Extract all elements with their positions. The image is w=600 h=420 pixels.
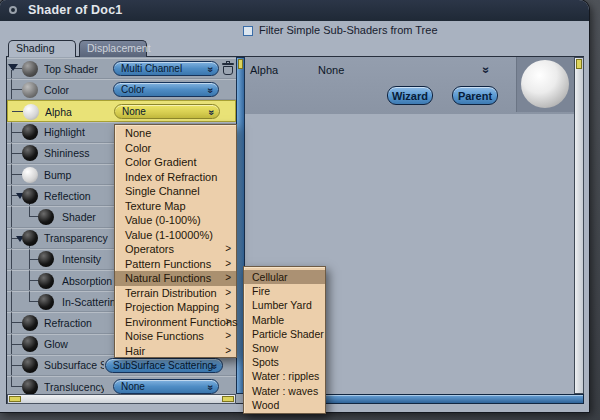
trash-icon[interactable]	[222, 61, 234, 75]
menu-item-none[interactable]: None	[115, 126, 236, 141]
double-chevron-down-icon: »	[205, 88, 218, 94]
tree-connector	[11, 344, 22, 345]
dropdown-value: SubSurface Scattering	[113, 360, 213, 371]
submenu-item-snow[interactable]: Snow	[244, 341, 325, 355]
shader-type-dropdown[interactable]: None	[318, 64, 344, 76]
tree-row-top-shader[interactable]: Top ShaderMulti Channel»	[7, 58, 236, 79]
submenu-item-fire[interactable]: Fire	[244, 284, 325, 298]
menu-item-label: Noise Functions	[125, 330, 204, 342]
type-dropdown[interactable]: None»	[114, 104, 220, 119]
menu-item-projection-mapping[interactable]: Projection Mapping>	[115, 300, 236, 315]
channel-sphere-icon	[22, 315, 38, 331]
submenu-arrow-icon: >	[225, 257, 231, 272]
submenu-item-spots[interactable]: Spots	[244, 355, 325, 369]
tree-connector	[11, 153, 22, 154]
menu-item-texture-map[interactable]: Texture Map	[115, 199, 236, 214]
shader-type-menu: NoneColorColor GradientIndex of Refracti…	[114, 124, 237, 358]
menu-item-terrain-distribution[interactable]: Terrain Distribution>	[115, 286, 236, 301]
tree-row-label: Shininess	[44, 147, 90, 159]
scrollbar-thumb[interactable]	[222, 396, 234, 402]
tree-row-label: Subsurface Scattering	[44, 359, 104, 371]
menu-item-label: Hair	[125, 345, 145, 357]
menu-item-environment-functions[interactable]: Environment Functions>	[115, 315, 236, 330]
menu-item-color[interactable]: Color	[115, 141, 236, 156]
menu-item-label: None	[125, 127, 151, 139]
window-title: Shader of Doc1	[28, 3, 123, 17]
menu-item-label: Operators	[125, 243, 174, 255]
channel-sphere-icon	[22, 379, 38, 395]
parent-button[interactable]: Parent	[452, 86, 498, 105]
menu-item-value-1-10000[interactable]: Value (1-10000%)	[115, 228, 236, 243]
channel-sphere-icon	[22, 230, 38, 246]
submenu-item-cellular[interactable]: Cellular	[244, 270, 325, 284]
channel-sphere-icon	[38, 251, 54, 267]
tree-row-label: Glow	[44, 338, 68, 350]
expander-icon[interactable]	[8, 64, 18, 71]
submenu-item-wood[interactable]: Wood	[244, 398, 325, 412]
menu-item-label: Projection Mapping	[125, 301, 219, 313]
tree-connector	[11, 132, 22, 133]
title-bar[interactable]: Shader of Doc1	[0, 0, 589, 21]
tree-row-label: Transparency	[44, 232, 108, 244]
type-dropdown[interactable]: Multi Channel»	[113, 61, 219, 76]
filter-checkbox-label: Filter Simple Sub-Shaders from Tree	[259, 24, 438, 36]
dropdown-value: Multi Channel	[121, 63, 182, 74]
menu-item-label: Environment Functions	[125, 316, 238, 328]
tab-displacement[interactable]: Displacement	[79, 40, 147, 57]
type-dropdown[interactable]: None»	[113, 379, 219, 394]
submenu-item-lumber-yard[interactable]: Lumber Yard	[244, 298, 325, 312]
dropdown-value: None	[121, 381, 145, 392]
scrollbar-thumb[interactable]	[576, 59, 582, 69]
trash-lid	[222, 63, 234, 65]
type-dropdown[interactable]: Color»	[113, 82, 219, 97]
tree-horizontal-scrollbar[interactable]	[7, 394, 236, 404]
menu-item-pattern-functions[interactable]: Pattern Functions>	[115, 257, 236, 272]
submenu-arrow-icon: >	[225, 329, 231, 344]
double-chevron-down-icon: »	[205, 385, 218, 391]
menu-item-color-gradient[interactable]: Color Gradient	[115, 155, 236, 170]
channel-sphere-icon	[22, 188, 38, 204]
menu-item-label: Texture Map	[125, 200, 186, 212]
type-dropdown[interactable]: SubSurface Scattering»	[105, 358, 223, 373]
tree-row-alpha[interactable]: AlphaNone»	[7, 100, 236, 121]
tree-connector	[11, 322, 22, 323]
submenu-arrow-icon: >	[225, 315, 231, 330]
submenu-item-marble[interactable]: Marble	[244, 313, 325, 327]
tree-connector	[12, 111, 23, 112]
menu-item-hair[interactable]: Hair>	[115, 344, 236, 359]
submenu-arrow-icon: >	[225, 242, 231, 257]
menu-item-noise-functions[interactable]: Noise Functions>	[115, 329, 236, 344]
channel-sphere-icon	[22, 336, 38, 352]
tree-row-color[interactable]: ColorColor»	[7, 79, 236, 100]
channel-sphere-icon	[23, 104, 39, 120]
tree-connector	[11, 89, 22, 90]
menu-item-operators[interactable]: Operators>	[115, 242, 236, 257]
menu-item-value-0-100[interactable]: Value (0-100%)	[115, 213, 236, 228]
tree-row-label: Shader	[62, 211, 96, 223]
tree-row-label: Absorption	[62, 275, 112, 287]
submenu-item-particle-shader[interactable]: Particle Shader	[244, 327, 325, 341]
window-menu-icon[interactable]	[9, 6, 17, 14]
menu-item-natural-functions[interactable]: Natural Functions>	[115, 271, 236, 286]
channel-sphere-icon	[22, 124, 38, 140]
submenu-arrow-icon: >	[225, 344, 231, 359]
menu-item-single-channel[interactable]: Single Channel	[115, 184, 236, 199]
double-chevron-down-icon: »	[205, 67, 218, 73]
tree-row-label: Alpha	[45, 106, 72, 118]
tab-shading[interactable]: Shading	[8, 40, 76, 57]
menu-item-index-of-refraction[interactable]: Index of Refraction	[115, 170, 236, 185]
wizard-button[interactable]: Wizard	[387, 86, 433, 105]
menu-item-label: Pattern Functions	[125, 258, 211, 270]
submenu-item-water-waves[interactable]: Water : waves	[244, 384, 325, 398]
tree-connector	[11, 365, 22, 366]
scrollbar-thumb[interactable]	[9, 396, 21, 402]
filter-checkbox[interactable]	[243, 26, 253, 36]
channel-sphere-icon	[22, 82, 38, 98]
tree-row-label: Reflection	[44, 190, 91, 202]
scrollbar-thumb[interactable]	[238, 59, 243, 69]
shader-window: Shader of Doc1 Filter Simple Sub-Shaders…	[0, 0, 589, 412]
dropdown-value: None	[122, 106, 146, 117]
panel-vertical-scrollbar[interactable]	[574, 57, 584, 394]
submenu-item-water-ripples[interactable]: Water : ripples	[244, 369, 325, 383]
double-chevron-down-icon[interactable]: »	[479, 67, 493, 74]
